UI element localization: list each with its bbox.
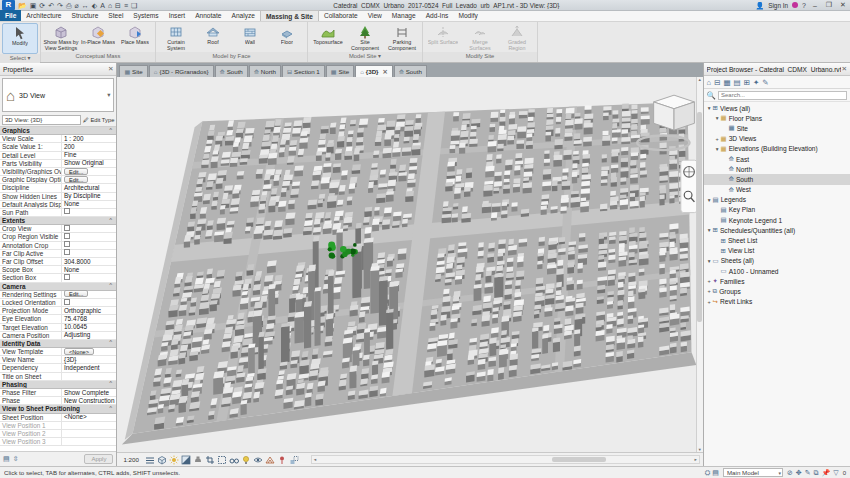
ribbon-button-graded-region[interactable]: Graded Region: [499, 23, 535, 52]
ribbon-button-split-surface[interactable]: Split Surface: [425, 23, 461, 52]
restore-button[interactable]: ❐: [824, 1, 834, 9]
property-value[interactable]: Edit...: [62, 176, 116, 184]
collapse-icon[interactable]: ▾: [706, 258, 713, 264]
save-icon[interactable]: ▣: [30, 1, 37, 10]
help-icon[interactable]: ?: [802, 1, 806, 10]
property-value[interactable]: [62, 241, 116, 249]
view-tab-site[interactable]: ▦Site: [326, 65, 354, 77]
view-tab-3d[interactable]: ⌂{3D}✕: [355, 65, 393, 77]
filter-icon[interactable]: ▽: [833, 469, 838, 477]
ribbon-button-merge-surfaces[interactable]: Merge Surfaces: [462, 23, 498, 52]
collapse-icon[interactable]: ⊟: [714, 78, 720, 87]
collapse-icon[interactable]: ▾: [706, 227, 713, 233]
tree-item-south[interactable]: ⟰South: [704, 174, 850, 184]
view-tab-south[interactable]: ⟰South: [394, 65, 427, 77]
temporary-hide-icon[interactable]: [229, 454, 240, 465]
property-value[interactable]: Show Complete: [62, 389, 116, 397]
property-value[interactable]: By Discipline: [62, 192, 116, 200]
tree-item-families[interactable]: +✦Families: [704, 276, 850, 286]
aligned-dimension-icon[interactable]: ↔: [82, 1, 89, 10]
ribbon-tab-structure[interactable]: Structure: [67, 10, 104, 21]
families-icon[interactable]: ✦: [753, 78, 759, 87]
tree-item-legends[interactable]: ▾▤Legends: [704, 195, 850, 205]
ribbon-tab-collaborate[interactable]: Collaborate: [319, 10, 363, 21]
tree-item-sheets-all[interactable]: ▾▭Sheets (all): [704, 256, 850, 266]
select-links-icon[interactable]: ⧉: [814, 469, 819, 477]
tree-item-sheet-list[interactable]: ⊞Sheet List: [704, 235, 850, 245]
edit-button[interactable]: Edit...: [64, 290, 88, 297]
section-icon[interactable]: ⊟: [115, 1, 121, 10]
exclude-options-icon[interactable]: ⊘: [787, 469, 793, 477]
ribbon-button-toposurface[interactable]: Toposurface: [310, 23, 346, 52]
ribbon-button-parking-component[interactable]: Parking Component: [384, 23, 420, 52]
collapse-icon[interactable]: ▾: [714, 146, 721, 152]
expand-icon[interactable]: +: [706, 288, 713, 294]
property-value[interactable]: New Construction: [62, 397, 116, 405]
collapse-icon[interactable]: ⌃: [108, 282, 116, 290]
collapse-icon[interactable]: ▾: [706, 197, 713, 203]
tree-item-floor-plans[interactable]: ▾▦Floor Plans: [704, 113, 850, 123]
property-value[interactable]: [62, 208, 116, 216]
property-value[interactable]: Show Original: [62, 159, 116, 167]
tree-item-a100-unnamed[interactable]: ▭A100 - Unnamed: [704, 266, 850, 276]
shadows-icon[interactable]: [181, 454, 192, 465]
collapse-icon[interactable]: ▾: [706, 105, 713, 111]
press-drag-icon[interactable]: ✥: [796, 469, 802, 477]
ribbon-tab-annotate[interactable]: Annotate: [190, 10, 226, 21]
worksharing-icon[interactable]: ⛭: [705, 469, 711, 477]
3d-city-view[interactable]: [117, 77, 702, 452]
redo-icon[interactable]: ↷: [57, 1, 63, 10]
instance-selector[interactable]: 3D View: {3D}: [2, 115, 81, 125]
schedules-icon[interactable]: ⊞: [744, 78, 750, 87]
ribbon-tab-manage[interactable]: Manage: [387, 10, 421, 21]
vertical-scrollbar[interactable]: ▲▼: [696, 77, 703, 452]
ribbon-tab-systems[interactable]: Systems: [128, 10, 163, 21]
property-value[interactable]: 75.4768: [62, 315, 116, 323]
select-pinned-icon[interactable]: 📌: [822, 469, 831, 477]
tree-item-east[interactable]: ⟰East: [704, 154, 850, 164]
checkbox[interactable]: [64, 274, 70, 280]
tree-item-elevations-building-elevation[interactable]: ▾▦Elevations (Building Elevation): [704, 144, 850, 154]
collapse-icon[interactable]: ⌃: [108, 127, 116, 135]
property-value[interactable]: [62, 274, 116, 282]
close-tab-icon[interactable]: ✕: [383, 68, 388, 75]
editable-only-icon[interactable]: ✎: [805, 469, 811, 477]
sun-path-icon[interactable]: [169, 454, 180, 465]
ribbon-button-roof[interactable]: Roof: [195, 23, 231, 52]
edit-button[interactable]: Edit...: [64, 176, 88, 183]
close-icon[interactable]: ✕: [841, 65, 847, 73]
ribbon-tab-analyze[interactable]: Analyze: [227, 10, 260, 21]
ribbon-button-in-place-mass[interactable]: In-Place Mass: [80, 23, 116, 52]
tree-item-views-all[interactable]: ▾⊞Views (all): [704, 103, 850, 113]
edit-icon[interactable]: ✎: [762, 78, 768, 87]
property-value[interactable]: 304.8000: [62, 258, 116, 266]
edit-type-button[interactable]: 🖉 Edit Type: [83, 117, 114, 123]
collapse-icon[interactable]: ▾: [714, 115, 721, 121]
property-value[interactable]: Independent: [62, 364, 116, 372]
tree-item-groups[interactable]: +⧉Groups: [704, 286, 850, 296]
close-button[interactable]: ✕: [838, 1, 848, 9]
tree-item-keynote-legend-1[interactable]: ▤Keynote Legend 1: [704, 215, 850, 225]
property-value[interactable]: 200: [62, 143, 116, 151]
views-icon[interactable]: ▦: [723, 78, 730, 87]
property-value[interactable]: Architectural: [62, 184, 116, 192]
crop-view-icon[interactable]: [205, 454, 216, 465]
property-value[interactable]: [62, 299, 116, 307]
ribbon-tab-architecture[interactable]: Architecture: [21, 10, 66, 21]
view-tab-north[interactable]: ⟰North: [249, 65, 281, 77]
ribbon-button-place-mass[interactable]: Place Mass: [117, 23, 153, 52]
checkbox[interactable]: [64, 225, 70, 231]
ribbon-button-modify[interactable]: Modify: [2, 23, 38, 54]
scrollbar-thumb[interactable]: [697, 112, 702, 322]
tag-icon[interactable]: ⬖: [92, 1, 97, 10]
property-value[interactable]: 1 : 200: [62, 135, 116, 143]
view-tab-3d-rgranados[interactable]: ⌂{3D - RGranados}: [149, 65, 214, 77]
scrollbar-thumb[interactable]: [552, 457, 606, 462]
property-value[interactable]: None: [62, 266, 116, 274]
property-value[interactable]: [62, 225, 116, 233]
ribbon-tab-add-ins[interactable]: Add-Ins: [421, 10, 454, 21]
checkbox[interactable]: [64, 299, 70, 305]
signin-label[interactable]: Sign In: [768, 2, 788, 9]
tree-item-north[interactable]: ⟰North: [704, 164, 850, 174]
undo-icon[interactable]: ↶: [48, 1, 54, 10]
